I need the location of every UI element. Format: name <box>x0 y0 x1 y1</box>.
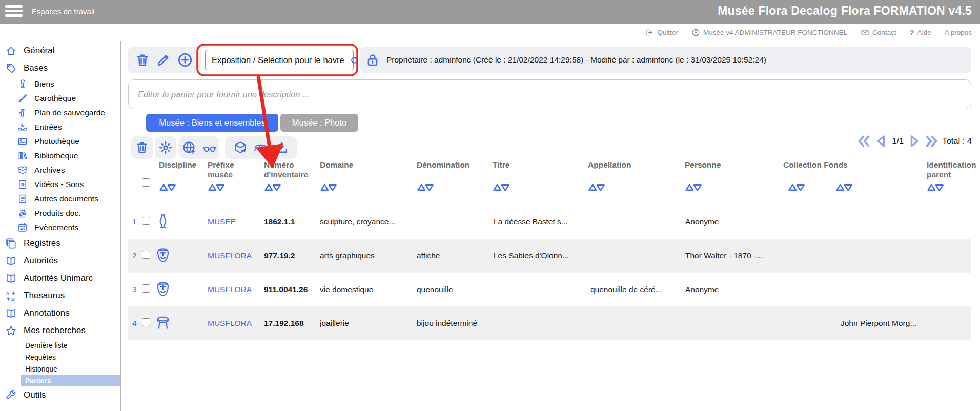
sort-control[interactable] <box>320 183 337 192</box>
sort-control[interactable] <box>159 183 176 192</box>
prefix-link[interactable]: MUSFLORA <box>208 319 252 328</box>
prefix-link[interactable]: MUSFLORA <box>208 251 252 260</box>
sidebar-item-paniers[interactable]: Paniers <box>21 375 120 386</box>
sidebar-item-autres-documents[interactable]: Autres documents <box>0 192 120 206</box>
row-number-link[interactable]: 1 <box>132 217 137 227</box>
row-checkbox[interactable] <box>142 251 150 259</box>
sidebar-item-label: Outils <box>24 390 46 400</box>
sidebar-item-phototh-que[interactable]: Photothèque <box>0 134 120 149</box>
book-open-icon <box>5 307 17 319</box>
sort-control[interactable] <box>685 183 702 192</box>
sort-control[interactable] <box>788 183 805 192</box>
sort-control[interactable] <box>835 183 852 192</box>
sidebar-item-label: Requêtes <box>25 353 56 361</box>
row-number-link[interactable]: 3 <box>132 285 137 294</box>
sort-control[interactable] <box>493 183 509 192</box>
column-header-label: Identification parent <box>927 160 980 179</box>
tab-biens-et-ensembles[interactable]: Musée : Biens et ensembles <box>146 114 278 132</box>
select-all-checkbox[interactable] <box>142 178 150 187</box>
sort-control[interactable] <box>927 183 944 192</box>
description-input[interactable] <box>128 79 971 109</box>
edit-basket-button[interactable] <box>156 52 171 68</box>
sidebar-item-thesaurus[interactable]: ABThesaurus <box>0 287 120 304</box>
column-header: Numéro d'inventaire <box>264 160 315 204</box>
globe-icon <box>182 140 196 155</box>
prefix-link[interactable]: MUSEE <box>208 217 236 227</box>
sidebar-item-label: Annotations <box>24 308 70 318</box>
sidebar-item-label: Archives <box>34 166 65 175</box>
sidebar-item-biblioth-que[interactable]: Bibliothèque <box>0 149 120 163</box>
cell-personne: Anonyme <box>685 217 719 227</box>
cell-personne: Anonyme <box>685 285 719 294</box>
sidebar-item-g-n-ral[interactable]: Général <box>0 42 120 59</box>
hamburger-menu-icon[interactable] <box>5 5 24 18</box>
cell-collection: John Pierpont Morg... <box>841 319 916 328</box>
column-header: Appellation <box>588 160 649 204</box>
sidebar-item-autorit-s[interactable]: Autorités <box>0 252 120 270</box>
refresh-icon[interactable] <box>350 55 359 65</box>
sidebar-item-outils[interactable]: Outils <box>0 386 120 404</box>
lock-icon[interactable] <box>365 52 380 68</box>
about-button[interactable]: A propos <box>945 29 972 36</box>
sort-control[interactable] <box>417 183 434 192</box>
sidebar-item-historique[interactable]: Historique <box>0 363 120 375</box>
eye-horus-icon <box>254 140 268 155</box>
settings-button[interactable] <box>155 136 176 159</box>
sidebar-item-vid-os-sons[interactable]: Vidéos - Sons <box>0 177 120 192</box>
cell-denomination: affiche <box>417 251 440 260</box>
sidebar-item-ev-nements[interactable]: Evènements <box>0 220 120 235</box>
first-page-button[interactable] <box>857 134 871 148</box>
sidebar-item-annotations[interactable]: Annotations <box>0 304 120 322</box>
sidebar-item-autorit-s-unimarc[interactable]: Autorités Unimarc <box>0 270 120 287</box>
file-doc-icon <box>17 194 28 204</box>
row-number-link[interactable]: 2 <box>132 251 137 260</box>
sidebar-item-entr-es[interactable]: Entrées <box>0 120 120 134</box>
export-group-button[interactable] <box>225 136 297 159</box>
sidebar-item-produits-doc-[interactable]: Produits doc. <box>0 206 120 220</box>
tab-bar: Musée : Biens et ensemblesMusée : Photo <box>146 114 358 132</box>
row-checkbox[interactable] <box>142 217 150 225</box>
sidebar-item-plan-de-sauvegarde[interactable]: Plan de sauvegarde <box>0 106 120 120</box>
help-button[interactable]: ? Aide <box>910 28 931 37</box>
column-header: Domaine <box>320 160 381 204</box>
cell-numero: 911.0041.26 <box>264 285 308 294</box>
delete-items-button[interactable] <box>131 136 153 159</box>
last-page-button[interactable] <box>925 134 938 148</box>
sidebar-item-label: Carothèque <box>34 94 76 103</box>
list-toolbar <box>128 136 538 160</box>
publish-view-button[interactable] <box>179 136 219 159</box>
sort-control[interactable] <box>588 183 605 192</box>
prefix-link[interactable]: MUSFLORA <box>208 285 252 294</box>
mask-discipline-icon <box>155 247 171 264</box>
sidebar-item-registres[interactable]: Registres <box>0 235 120 252</box>
sidebar-item-archives[interactable]: Archives <box>0 163 120 177</box>
cell-domaine: arts graphiques <box>320 251 375 260</box>
sidebar-item-biens[interactable]: Biens <box>0 77 120 91</box>
next-page-button[interactable] <box>907 134 921 148</box>
contact-button[interactable]: Contact <box>861 28 896 37</box>
row-checkbox[interactable] <box>142 318 150 326</box>
quit-button[interactable]: Quitter <box>645 28 678 37</box>
extinguisher-icon <box>17 108 28 118</box>
sidebar-item-label: Autorités <box>24 256 58 266</box>
user-menu[interactable]: Musée v4 ADMINISTRATEUR FONCTIONNEL <box>691 28 847 37</box>
prev-page-button[interactable] <box>874 134 888 148</box>
basket-select[interactable]: Exposition / Selection pour le havre <box>205 50 354 70</box>
row-number-link[interactable]: 4 <box>132 319 137 328</box>
sidebar-item-label: Registres <box>24 238 60 249</box>
sidebar-item-caroth-que[interactable]: Carothèque <box>0 91 120 106</box>
table-row: 3MUSFLORA911.0041.26vie domestiquequenou… <box>128 273 971 306</box>
add-basket-button[interactable] <box>177 52 193 68</box>
sidebar-item-bases[interactable]: Bases <box>0 59 120 77</box>
delete-basket-button[interactable] <box>135 52 150 68</box>
sidebar-item-requ-tes[interactable]: Requêtes <box>0 351 120 363</box>
column-header: Dénomination <box>417 160 486 204</box>
sidebar: GénéralBasesBiensCarothèquePlan de sauve… <box>0 41 121 411</box>
owner-bar: Propriétaire : adminfonc (Créé le : 21/0… <box>360 47 971 73</box>
sidebar-item-derni-re-liste[interactable]: Dernière liste <box>0 339 120 351</box>
tab-photo[interactable]: Musée : Photo <box>280 114 358 132</box>
sort-control[interactable] <box>208 183 224 192</box>
sort-control[interactable] <box>264 183 281 192</box>
row-checkbox[interactable] <box>142 284 150 293</box>
sidebar-item-mes-recherches[interactable]: Mes recherches <box>0 322 120 339</box>
